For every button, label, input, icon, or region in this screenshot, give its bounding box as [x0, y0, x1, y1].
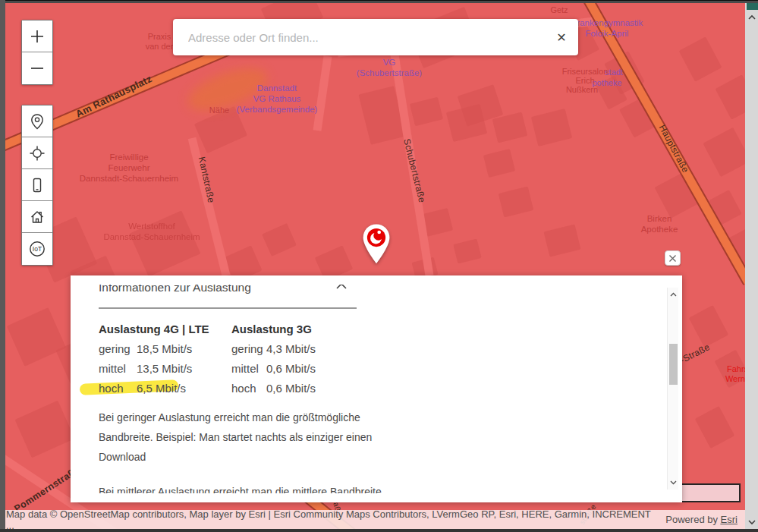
address-marker-button[interactable] — [22, 105, 52, 137]
building — [130, 210, 201, 276]
chevron-up-icon — [335, 285, 348, 291]
building — [544, 224, 581, 257]
building — [7, 307, 66, 366]
minus-icon — [29, 60, 46, 77]
map-tools: IoT — [21, 105, 53, 266]
explanation-text: Bei geringer Auslastung erreicht man die… — [99, 408, 417, 467]
map-pin-icon — [29, 113, 46, 130]
building — [14, 401, 74, 458]
mobile-network-button[interactable] — [22, 169, 52, 201]
table-row: hoch0,6 Mbit/s — [231, 379, 316, 398]
table-row: gering18,5 Mbit/s — [99, 339, 209, 359]
page-scroll-up[interactable] — [745, 11, 758, 23]
clipped-text-line: Bei mittlerer Auslastung erreicht man di… — [99, 482, 478, 493]
clear-search-button[interactable]: ✕ — [545, 30, 578, 46]
search-bar: ✕ — [173, 19, 578, 55]
window-left-edge — [0, 0, 5, 532]
close-icon: ✕ — [556, 31, 566, 44]
iot-coverage-button[interactable]: IoT — [22, 233, 52, 265]
page-scrollbar[interactable] — [745, 0, 758, 532]
window-top-edge — [0, 0, 758, 3]
table-row: gering4,3 Mbit/s — [231, 339, 316, 359]
scroll-down-arrow[interactable] — [668, 477, 679, 488]
partially-visible-button[interactable] — [680, 483, 741, 502]
building — [531, 109, 572, 146]
panel-close-button[interactable] — [665, 250, 681, 266]
table-row: mittel13,5 Mbit/s — [99, 359, 209, 379]
chevron-down-icon — [670, 480, 677, 485]
zoom-in-button[interactable] — [22, 20, 52, 52]
collapse-panel-button[interactable] — [335, 285, 350, 294]
smartphone-icon — [29, 177, 46, 194]
zoom-out-button[interactable] — [22, 52, 52, 84]
search-input[interactable] — [187, 30, 545, 45]
esri-link[interactable]: Esri — [721, 514, 738, 525]
table-3g: Auslastung 3G gering4,3 Mbit/s mittel0,6… — [231, 320, 316, 398]
building — [499, 187, 534, 218]
vodafone-location-marker — [362, 223, 391, 266]
table-4g: Auslastung 4G | LTE gering18,5 Mbit/s mi… — [99, 320, 209, 398]
table-4g-header: Auslastung 4G | LTE — [99, 320, 209, 339]
building — [679, 36, 722, 81]
building — [703, 127, 750, 177]
home-internet-button[interactable] — [22, 201, 52, 233]
house-icon — [29, 209, 46, 225]
table-row: mittel0,6 Mbit/s — [231, 359, 316, 379]
svg-text:IoT: IoT — [33, 245, 42, 253]
road — [317, 56, 328, 131]
iot-icon: IoT — [28, 240, 46, 258]
table-row: hoch6,5 Mbit/s — [99, 379, 209, 398]
building — [410, 97, 443, 126]
crosshair-icon — [29, 145, 46, 162]
building — [689, 305, 728, 348]
window-bottom-edge — [0, 529, 758, 532]
building — [695, 406, 734, 449]
panel-scrollbar[interactable] — [667, 288, 678, 490]
panel-title-row: Informationen zur Auslastung — [99, 285, 251, 297]
building — [483, 149, 515, 178]
road — [395, 55, 429, 275]
map-attribution-bar: Map data © OpenStreetMap contributors, M… — [0, 510, 745, 529]
building — [194, 106, 247, 153]
building — [453, 239, 481, 264]
plus-icon — [29, 28, 46, 45]
my-location-button[interactable] — [22, 137, 52, 169]
info-panel: Informationen zur Auslastung Auslastung … — [71, 275, 682, 502]
powered-by: Powered by Esri — [665, 514, 738, 525]
building — [262, 223, 297, 257]
table-3g-header: Auslastung 3G — [231, 320, 316, 339]
page-scroll-down[interactable] — [745, 516, 758, 528]
title-divider — [99, 307, 357, 309]
scroll-up-arrow[interactable] — [668, 289, 679, 300]
panel-title: Informationen zur Auslastung — [99, 285, 251, 294]
close-icon — [668, 254, 677, 263]
scrollbar-thumb[interactable] — [669, 344, 678, 385]
coverage-map-app: Am RathausplatzKantstraßeSchubertstraßeH… — [0, 0, 758, 532]
attribution-text: Map data © OpenStreetMap contributors, M… — [6, 508, 656, 531]
zoom-controls — [21, 20, 53, 85]
chevron-up-icon — [670, 292, 677, 297]
chevron-up-icon — [748, 14, 756, 20]
building — [492, 112, 528, 143]
building — [446, 104, 487, 142]
chevron-down-icon — [748, 520, 756, 525]
